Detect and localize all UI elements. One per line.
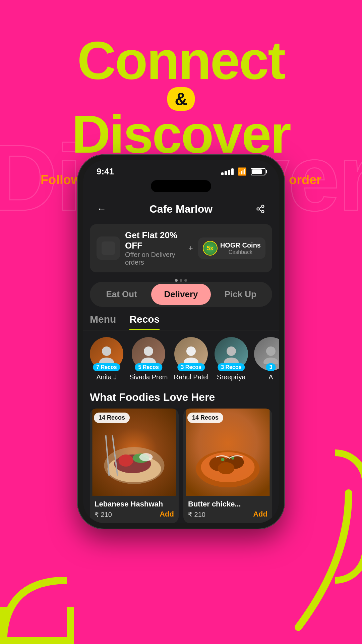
share-button[interactable] — [252, 201, 269, 217]
food-card-2-info: Butter chicke... ₹ 210 — [183, 496, 272, 523]
influencer-5-name: A — [268, 373, 273, 381]
influencer-4-name: Sreepriya — [217, 373, 246, 381]
influencer-row: 7 Recos Anita J 5 Recos Sivada Prem — [83, 337, 279, 388]
discover-title: Discover — [0, 107, 362, 161]
svg-rect-5 — [102, 241, 115, 255]
nav-bar: ← Cafe Marlow — [83, 196, 279, 224]
influencer-5[interactable]: 3 A — [254, 337, 279, 381]
promo-banner[interactable]: 🍽️ Get Flat 20% OFF Offer on Delivery or… — [90, 224, 272, 272]
recos-tab[interactable]: Recos — [129, 314, 160, 330]
pickup-tab[interactable]: Pick Up — [211, 284, 270, 305]
svg-point-15 — [266, 346, 276, 356]
influencer-4-recos: 3 Recos — [218, 363, 245, 371]
foodies-section-title: What Foodies Love Here — [83, 388, 279, 409]
influencer-2-recos: 5 Recos — [135, 363, 162, 371]
delivery-tab[interactable]: Delivery — [151, 284, 210, 305]
dot-1 — [175, 279, 178, 282]
influencer-3-recos: 3 Recos — [178, 363, 205, 371]
coin-badge: 5x — [203, 241, 218, 256]
svg-point-9 — [144, 346, 153, 356]
food-card-1-info: Lebanese Hashwah ₹ 210 — [90, 496, 179, 523]
promo-text: Get Flat 20% OFF Offer on Delivery order… — [125, 230, 183, 266]
signal-icon — [221, 168, 234, 175]
svg-point-13 — [227, 346, 236, 356]
svg-point-33 — [232, 457, 234, 460]
svg-point-1 — [257, 208, 259, 210]
food-card-2[interactable]: 14 Recos Butter chicke... ₹ 210 Add — [183, 409, 272, 523]
food-card-1-add-button[interactable]: Add — [160, 510, 174, 519]
status-right: 📶 — [221, 167, 265, 176]
svg-line-4 — [259, 207, 262, 209]
svg-point-11 — [186, 346, 196, 356]
content-tabs: Menu Recos — [83, 314, 279, 330]
influencer-3-name: Rahul Patel — [174, 373, 208, 381]
coins-label: HOGR Coins — [220, 241, 261, 249]
influencer-1-recos: 7 Recos — [93, 363, 120, 371]
promo-subtitle: Offer on Delivery orders — [125, 251, 183, 266]
influencer-5-avatar-wrap: 3 — [254, 337, 279, 371]
svg-point-25 — [139, 453, 153, 461]
promo-icon: 🍽️ — [97, 236, 120, 260]
svg-point-0 — [261, 205, 264, 207]
svg-point-7 — [102, 346, 111, 356]
promo-plus: + — [188, 244, 193, 253]
order-tabs: Eat Out Delivery Pick Up — [90, 282, 272, 307]
phone-inner: 9:41 📶 — [83, 160, 279, 523]
influencer-2-name: Sivada Prem — [129, 373, 168, 381]
app-content: ← Cafe Marlow 🍽️ — [83, 196, 279, 523]
eat-out-tab[interactable]: Eat Out — [92, 284, 151, 305]
dot-2 — [180, 279, 182, 282]
status-time: 9:41 — [97, 166, 114, 177]
battery-icon — [251, 168, 265, 175]
influencer-2-avatar-wrap: 5 Recos — [132, 337, 165, 371]
dynamic-island — [151, 180, 211, 192]
wifi-icon: 📶 — [238, 167, 247, 176]
influencer-1-avatar-wrap: 7 Recos — [90, 337, 123, 371]
influencer-1[interactable]: 7 Recos Anita J — [90, 337, 123, 381]
lime-curve-svg-bl — [0, 577, 67, 644]
connect-title: Connect — [0, 34, 362, 87]
phone-mockup: 9:41 📶 — [77, 154, 285, 529]
food-card-1-name: Lebanese Hashwah — [95, 500, 174, 508]
coins-sub: Cashback — [220, 249, 261, 255]
phone-outer: 9:41 📶 — [77, 154, 285, 529]
food-card-1[interactable]: 14 Recos Lebanese Hashwah ₹ 210 Add — [90, 409, 179, 523]
status-bar: 9:41 📶 — [83, 160, 279, 180]
influencer-4[interactable]: 3 Recos Sreepriya — [215, 337, 248, 381]
influencer-4-avatar-wrap: 3 Recos — [215, 337, 248, 371]
dot-3 — [184, 279, 187, 282]
influencer-1-name: Anita J — [96, 373, 117, 381]
svg-point-32 — [221, 458, 225, 461]
restaurant-name: Cafe Marlow — [149, 203, 213, 215]
food-card-2-recos: 14 Recos — [187, 413, 223, 423]
food-card-1-recos: 14 Recos — [94, 413, 130, 423]
lime-curve-svg — [282, 476, 362, 644]
promo-title: Get Flat 20% OFF — [125, 230, 183, 251]
svg-line-3 — [259, 210, 262, 211]
promo-dots — [83, 279, 279, 282]
menu-tab[interactable]: Menu — [90, 314, 116, 330]
svg-point-2 — [261, 211, 264, 213]
food-card-2-image: 14 Recos — [183, 409, 272, 496]
coins-text: HOGR Coins Cashback — [220, 241, 261, 255]
svg-point-31 — [218, 462, 235, 474]
food-card-2-name: Butter chicke... — [188, 500, 267, 508]
influencer-5-recos: 3 — [266, 363, 276, 371]
food-card-1-image: 14 Recos — [90, 409, 179, 496]
food-card-2-add-button[interactable]: Add — [253, 510, 267, 519]
promo-coins: 5x HOGR Coins Cashback — [198, 237, 265, 259]
influencer-3[interactable]: 3 Recos Rahul Patel — [174, 337, 208, 381]
influencer-2[interactable]: 5 Recos Sivada Prem — [129, 337, 168, 381]
svg-point-21 — [119, 454, 133, 467]
back-button[interactable]: ← — [93, 201, 110, 217]
influencer-3-avatar-wrap: 3 Recos — [174, 337, 208, 371]
food-grid: 14 Recos Lebanese Hashwah ₹ 210 Add — [83, 409, 279, 523]
